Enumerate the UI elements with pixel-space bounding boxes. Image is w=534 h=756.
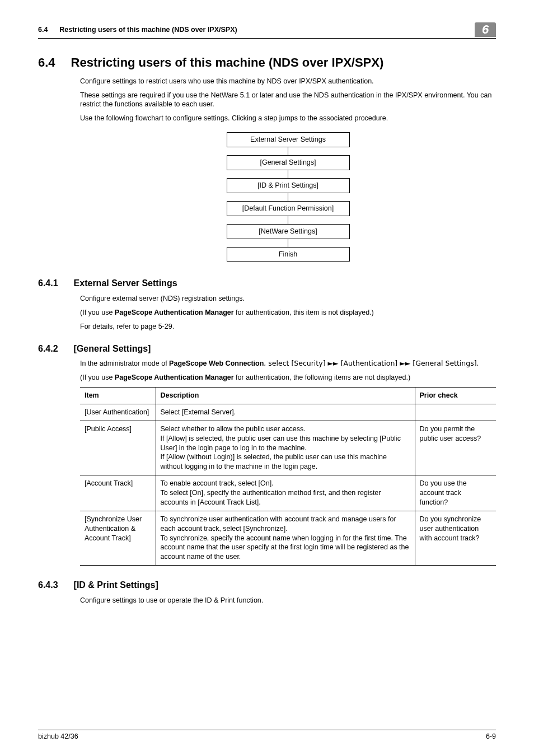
flow-connector: [227, 216, 350, 224]
th-description: Description: [156, 388, 415, 404]
subsection-heading-6-4-3: 6.4.3 [ID & Print Settings]: [38, 579, 496, 591]
page-header: 6.4 Restricting users of this machine (N…: [38, 22, 496, 39]
table-row: [Account Track] To enable account track,…: [80, 475, 496, 511]
header-right: 6: [475, 22, 496, 37]
table-row: [Synchronize User Authentication & Accou…: [80, 511, 496, 565]
sec641-p2: (If you use PageScope Authentication Man…: [80, 308, 496, 318]
chapter-badge: 6: [475, 22, 496, 37]
cell-desc: Select whether to allow the public user …: [156, 421, 415, 475]
th-item: Item: [80, 388, 156, 404]
flow-connector: [227, 239, 350, 247]
cell-desc: To enable account track, select [On]. To…: [156, 475, 415, 511]
flow-connector: [227, 193, 350, 201]
cell-prior: [415, 404, 496, 421]
sec643-p1: Configure settings to use or operate the…: [80, 596, 496, 605]
flow-step-general-settings[interactable]: [General Settings]: [227, 155, 350, 170]
sub-number: 6.4.3: [38, 579, 58, 591]
intro-p2: These settings are required if you use t…: [80, 91, 496, 110]
table-row: [User Authentication] Select [External S…: [80, 404, 496, 421]
section-heading-6-4: 6.4 Restricting users of this machine (N…: [38, 54, 496, 71]
cell-item: [Public Access]: [80, 421, 156, 475]
subsection-body: In the administrator mode of PageScope W…: [80, 359, 496, 566]
settings-table: Item Description Prior check [User Authe…: [80, 387, 496, 566]
cell-item: [User Authentication]: [80, 404, 156, 421]
heading-number: 6.4: [38, 54, 55, 71]
sec642-p1: In the administrator mode of PageScope W…: [80, 359, 496, 368]
subsection-body: Configure settings to use or operate the…: [80, 596, 496, 605]
header-section-title: Restricting users of this machine (NDS o…: [59, 26, 237, 34]
flow-step-external-server[interactable]: External Server Settings: [227, 132, 350, 147]
header-left: 6.4 Restricting users of this machine (N…: [38, 25, 237, 35]
header-section-number: 6.4: [38, 26, 48, 34]
sec642-p2: (If you use PageScope Authentication Man…: [80, 373, 496, 382]
subsection-heading-6-4-2: 6.4.2 [General Settings]: [38, 343, 496, 355]
flowchart: External Server Settings [General Settin…: [227, 132, 350, 262]
bold-text: PageScope Web Connection: [169, 360, 264, 367]
page-footer: bizhub 42/36 6-9: [38, 730, 496, 741]
footer-left: bizhub 42/36: [38, 732, 78, 741]
text: (If you use: [80, 309, 115, 316]
flow-connector: [227, 170, 350, 178]
flow-step-id-print-settings[interactable]: [ID & Print Settings]: [227, 178, 350, 193]
cell-item: [Synchronize User Authentication & Accou…: [80, 511, 156, 565]
cell-desc: Select [External Server].: [156, 404, 415, 421]
subsection-body: Configure external server (NDS) registra…: [80, 294, 496, 332]
text: , select [Security] ►► [Authentication] …: [264, 359, 479, 367]
table-row: [Public Access] Select whether to allow …: [80, 421, 496, 475]
sub-title: External Server Settings: [74, 277, 177, 290]
sub-number: 6.4.1: [38, 277, 58, 290]
flow-connector: [227, 147, 350, 155]
sec641-p1: Configure external server (NDS) registra…: [80, 294, 496, 304]
cell-prior: Do you use the account track function?: [415, 475, 496, 511]
heading-text: Restricting users of this machine (NDS o…: [71, 54, 384, 71]
cell-desc: To synchronize user authentication with …: [156, 511, 415, 565]
text: (If you use: [80, 374, 115, 381]
cell-item: [Account Track]: [80, 475, 156, 511]
subsection-heading-6-4-1: 6.4.1 External Server Settings: [38, 277, 496, 290]
sub-number: 6.4.2: [38, 343, 58, 355]
flow-step-default-function-permission[interactable]: [Default Function Permission]: [227, 201, 350, 216]
flow-step-finish: Finish: [227, 247, 350, 262]
table-header-row: Item Description Prior check: [80, 388, 496, 404]
intro-p3: Use the following flowchart to configure…: [80, 114, 496, 123]
cell-prior: Do you permit the public user access?: [415, 421, 496, 475]
sub-title: [ID & Print Settings]: [74, 579, 158, 591]
sec641-p3: For details, refer to page 5-29.: [80, 322, 496, 332]
text: for authentication, the following items …: [234, 374, 410, 381]
flow-step-netware-settings[interactable]: [NetWare Settings]: [227, 224, 350, 239]
intro-p1: Configure settings to restrict users who…: [80, 77, 496, 86]
cell-prior: Do you synchronize user authentication w…: [415, 511, 496, 565]
text: In the administrator mode of: [80, 360, 169, 367]
section-body: Configure settings to restrict users who…: [80, 77, 496, 262]
th-prior: Prior check: [415, 388, 496, 404]
footer-right: 6-9: [486, 732, 496, 741]
sub-title: [General Settings]: [74, 343, 151, 355]
bold-text: PageScope Authentication Manager: [115, 309, 234, 316]
bold-text: PageScope Authentication Manager: [115, 374, 234, 381]
text: for authentication, this item is not dis…: [234, 309, 374, 316]
